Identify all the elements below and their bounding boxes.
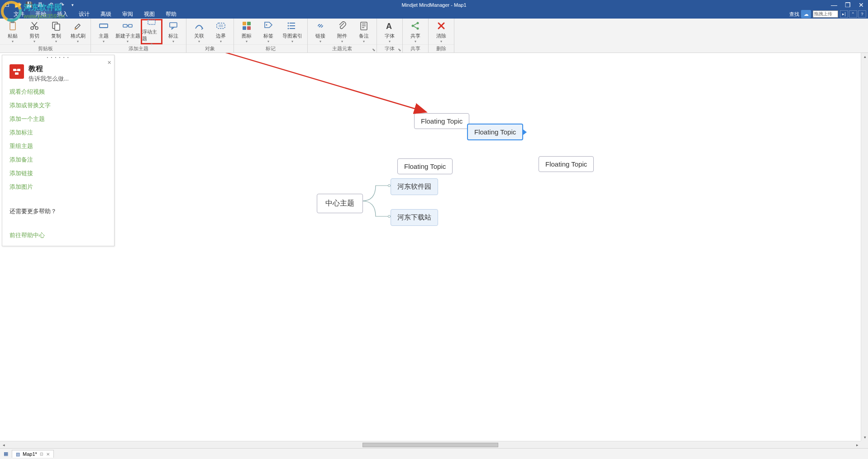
clear-button[interactable]: 清除▾ [430, 19, 452, 44]
tutorial-link-0[interactable]: 观看介绍视频 [10, 88, 107, 96]
svg-rect-2 [10, 22, 15, 30]
note-button[interactable]: 备注▾ [353, 19, 375, 44]
subtopic-button[interactable]: 新建子主题▾ [114, 19, 141, 44]
svg-text:A: A [386, 22, 392, 31]
minimize-button[interactable]: — [827, 0, 841, 10]
cut-button[interactable]: 剪切▾ [24, 19, 45, 44]
floating-topic-4[interactable]: Floating Topic [539, 156, 594, 172]
ribbon-group-label: 标记 [234, 44, 307, 53]
tutorial-link-7[interactable]: 添加图片 [10, 183, 107, 191]
tutorial-link-3[interactable]: 添加标注 [10, 129, 107, 137]
format-painter-button[interactable]: 格式刷▾ [67, 19, 89, 44]
menu-design[interactable]: 设计 [73, 10, 95, 19]
tab-list-icon[interactable]: ▦ [2, 450, 10, 458]
tutorial-link-5[interactable]: 添加备注 [10, 156, 107, 164]
relationship-button[interactable]: 关联▾ [188, 19, 210, 44]
copy-button[interactable]: 复制▾ [45, 19, 67, 44]
help-icon[interactable]: ? [858, 10, 866, 18]
scroll-up-icon[interactable]: ▴ [861, 53, 868, 60]
floating-topic-1[interactable]: Floating Topic [414, 113, 469, 129]
tags-button[interactable]: 标签▾ [258, 19, 279, 44]
doc-close-icon[interactable]: ✕ [46, 452, 50, 457]
scroll-corner [861, 441, 868, 448]
menu-review[interactable]: 审阅 [117, 10, 138, 19]
link-button[interactable]: 链接▾ [310, 19, 331, 44]
scroll-thumb[interactable] [362, 443, 498, 447]
floating-button[interactable]: 浮动主题▾ [141, 19, 162, 44]
dropdown-arrow-icon: ▾ [320, 39, 321, 43]
qat-open-icon[interactable]: 📂 [14, 1, 23, 9]
link-icon [315, 20, 326, 32]
qat-undo-icon[interactable]: ↶ [46, 1, 55, 9]
menu-help[interactable]: 帮助 [160, 10, 182, 19]
share-button[interactable]: 共享▾ [405, 19, 426, 44]
relationship-icon [193, 20, 205, 32]
svg-rect-17 [243, 26, 246, 30]
dropdown-arrow-icon: ▾ [198, 39, 200, 43]
svg-rect-18 [247, 26, 251, 30]
horizontal-scrollbar[interactable]: ◂ ▸ [0, 441, 861, 448]
dropdown-arrow-icon: ▾ [363, 39, 365, 43]
svg-line-31 [136, 53, 425, 112]
boundary-button[interactable]: 边界▾ [210, 19, 232, 44]
subtopic-2[interactable]: 河东下载站 [391, 209, 438, 226]
dialog-launcher-icon[interactable]: ⬊ [372, 48, 376, 52]
ribbon-btn-label: 剪切 [29, 33, 39, 39]
floating-topic-3[interactable]: Floating Topic [397, 158, 453, 174]
close-button[interactable]: ✕ [854, 0, 868, 10]
font-icon: A [384, 20, 396, 32]
pane-close-icon[interactable]: ✕ [107, 60, 111, 66]
central-topic[interactable]: 中心主题 [317, 194, 363, 213]
tutorial-link-2[interactable]: 添加一个主题 [10, 115, 107, 123]
callout-button[interactable]: 标注▾ [162, 19, 184, 44]
svg-rect-8 [100, 24, 108, 28]
svg-point-21 [288, 25, 289, 26]
menu-view[interactable]: 视图 [138, 10, 160, 19]
document-tab[interactable]: ▧ Map1* ⊡ ✕ [12, 450, 54, 458]
ribbon: 粘贴▾剪切▾复制▾格式刷▾剪贴板主题▾新建子主题▾浮动主题▾标注▾添加主题关联▾… [0, 19, 868, 53]
ribbon-group-label: 共享 [403, 44, 428, 53]
scroll-left-icon[interactable]: ◂ [0, 441, 7, 449]
scroll-right-icon[interactable]: ▸ [854, 441, 861, 449]
qat-new-icon[interactable]: 🗋 [3, 1, 12, 9]
ribbon-group-字体: A字体▾字体⬊ [377, 19, 403, 53]
ribbon-group-标记: 图标▾标签▾导图索引▾标记 [234, 19, 308, 53]
map-index-button[interactable]: 导图索引▾ [279, 19, 305, 44]
vertical-scrollbar[interactable]: ▴ ▾ [861, 53, 868, 441]
qat-save-icon[interactable]: 💾 [24, 1, 33, 9]
dropdown-arrow-icon: ▾ [172, 39, 174, 43]
pane-drag-handle[interactable]: • • • • • • [2, 55, 114, 60]
menu-insert[interactable]: 插入 [52, 10, 73, 19]
subtopic-1[interactable]: 河东软件园 [391, 178, 438, 195]
scroll-down-icon[interactable]: ▾ [861, 434, 868, 441]
collapse-ribbon-icon[interactable]: ⌃ [849, 10, 857, 18]
doc-pin-icon[interactable]: ⊡ [40, 452, 43, 456]
paste-button[interactable]: 粘贴▾ [2, 19, 24, 44]
scissors-icon [29, 20, 40, 32]
cloud-icon[interactable]: ☁ [801, 10, 811, 18]
tutorial-link-1[interactable]: 添加或替换文字 [10, 102, 107, 110]
search-input[interactable]: 拖拽上传 [813, 10, 838, 18]
dropdown-arrow-icon: ▾ [77, 39, 79, 43]
attachment-button[interactable]: 附件▾ [331, 19, 353, 44]
qat-dropdown-icon[interactable]: ▾ [68, 1, 77, 9]
help-center-link[interactable]: 前往帮助中心 [10, 232, 107, 239]
menu-home[interactable]: 开始 [30, 10, 52, 19]
menu-file[interactable]: 文件 [8, 10, 30, 19]
qat-redo-icon[interactable]: ↷ [57, 1, 66, 9]
font-button[interactable]: A字体▾ [379, 19, 401, 44]
floating-topic-selected[interactable]: Floating Topic [467, 124, 523, 140]
callout-icon [167, 20, 179, 32]
icons-button[interactable]: 图标▾ [236, 19, 258, 44]
menu-advanced[interactable]: 高级 [95, 10, 117, 19]
dropdown-arrow-icon: ▾ [389, 39, 391, 43]
dialog-launcher-icon[interactable]: ⬊ [398, 48, 401, 52]
qat-print-icon[interactable]: 🖶 [35, 1, 44, 9]
layout-toggle-icon[interactable]: ▸| [840, 10, 848, 18]
restore-button[interactable]: ❐ [841, 0, 854, 10]
tutorial-link-4[interactable]: 重组主题 [10, 143, 107, 150]
tutorial-link-6[interactable]: 添加链接 [10, 170, 107, 177]
mindmap-canvas[interactable]: • • • • • • ✕ 教程 告诉我怎么做... 观看介绍视频添加或替换文字… [0, 53, 861, 441]
ribbon-btn-label: 新建子主题 [115, 33, 140, 39]
topic-button[interactable]: 主题▾ [93, 19, 114, 44]
